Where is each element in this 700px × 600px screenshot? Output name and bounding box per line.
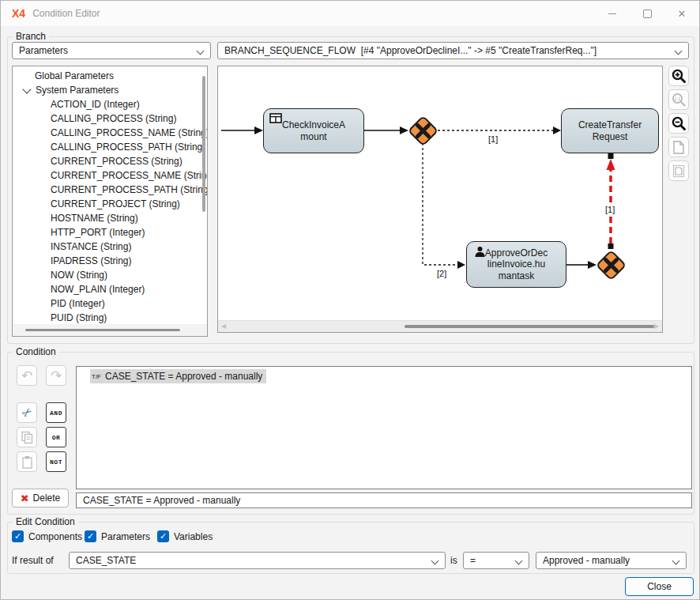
checkbox-checked-icon[interactable]: ✓ [85,530,96,542]
edge-check-to-gateway [364,126,408,134]
parameter-tree: Global Parameters System Parameters ACTI… [12,66,208,337]
redo-button[interactable]: ↷ [46,365,66,386]
node-approve-or-decline-invoice[interactable]: ApproveOrDec lineInvoice.hu mantask [466,241,566,288]
edge-label: [1] [487,134,499,144]
condition-list-item-selected[interactable]: T/F CASE_STATE = Approved - manually [90,369,266,383]
delete-button[interactable]: ✖ Delete [12,489,69,508]
close-button[interactable]: Close [625,577,694,596]
zoom-out-button[interactable] [668,113,689,134]
paste-icon [21,455,34,469]
tree-item[interactable]: CURRENT_PROCESS_PATH (String) [13,183,207,197]
tree-item[interactable]: IPADRESS (String) [13,254,207,268]
zoom-actual-size-icon: 1:1 [671,92,687,108]
tree-item[interactable]: HTTP_PORT (Integer) [13,225,207,240]
tree-item[interactable]: CURRENT_PROCESS (String) [13,154,207,168]
exclusive-gateway-icon [408,116,438,145]
tree-item[interactable]: HOSTNAME (String) [13,211,207,225]
edge-gateway-to-create-transfer [438,126,561,134]
process-diagram-panel[interactable]: CheckInvoiceA mount CreateTransfer Reque… [217,66,663,333]
branch-group-label: Branch [13,31,49,42]
operator-select[interactable]: = [463,552,529,569]
cut-button[interactable]: ✂ [17,402,37,423]
edge-gateway-to-approve [423,143,465,269]
close-icon: ✕ [678,8,687,20]
tree-item[interactable]: CURRENT_PROCESS_NAME (String) [13,168,207,183]
condition-editor-dialog: X4 Condition Editor ✕ Branch Parameters … [0,0,700,600]
result-of-select[interactable]: CASE_STATE [69,552,446,569]
tree-item[interactable]: CALLING_PROCESS (String) [13,111,207,126]
checkbox-parameters[interactable]: ✓ Parameters [85,530,150,542]
paste-button[interactable] [17,451,37,472]
maximize-button[interactable] [630,1,664,26]
scroll-left-icon[interactable]: ◀ [221,323,226,330]
titlebar: X4 Condition Editor ✕ [1,1,699,26]
tree-item-global-parameters[interactable]: Global Parameters [13,69,207,83]
checkbox-label: Components [28,531,82,542]
tree-horizontal-scrollbar[interactable] [13,324,207,336]
tree-vertical-scrollbar[interactable] [202,76,205,212]
chevron-expanded-icon[interactable] [22,85,31,93]
diagram-connectors [218,66,662,321]
tree-item[interactable]: NOW (String) [13,268,207,282]
checkbox-variables[interactable]: ✓ Variables [157,530,213,542]
not-operator-button[interactable]: NOT [46,451,66,472]
chevron-down-icon [515,557,523,565]
parameter-type-select[interactable]: Parameters [12,42,211,59]
chevron-down-icon [672,557,680,565]
checkbox-checked-icon[interactable]: ✓ [157,530,169,542]
operator-value: = [470,555,476,566]
copy-icon [21,431,34,444]
edge-into-check-invoice [221,126,263,134]
fit-width-icon [672,164,685,178]
redo-icon: ↷ [51,369,62,383]
undo-button[interactable]: ↶ [17,365,37,386]
zoom-out-icon [671,115,687,131]
chevron-down-icon [197,47,205,55]
checkbox-label: Variables [174,531,213,542]
tree-item[interactable]: ACTION_ID (Integer) [13,97,207,111]
condition-list[interactable]: T/F CASE_STATE = Approved - manually [76,366,692,489]
tree-item[interactable]: CALLING_PROCESS_NAME (String) [13,126,207,140]
close-window-button[interactable]: ✕ [664,1,699,26]
tf-icon: T/F [92,373,101,380]
if-result-of-label: If result of [12,555,54,566]
window-title: Condition Editor [32,8,100,19]
tree-item[interactable]: PID (Integer) [13,296,207,311]
chevron-down-icon [431,557,439,565]
copy-button[interactable] [17,427,37,447]
and-operator-button[interactable]: AND [46,402,66,423]
or-operator-button[interactable]: OR [46,427,66,447]
fit-page-button[interactable] [668,137,689,157]
edge-approve-to-gateway2 [566,261,597,269]
tree-item[interactable]: NOW_PLAIN (Integer) [13,282,207,296]
edit-condition-group-label: Edit Condition [13,516,78,527]
table-icon [269,113,282,123]
checkbox-components[interactable]: ✓ Components [12,530,82,542]
x4-logo: X4 [12,7,25,20]
tree-item[interactable]: INSTANCE (String) [13,240,207,254]
tree-item[interactable]: CALLING_PROCESS_PATH (String) [13,140,207,154]
node-create-transfer-request[interactable]: CreateTransfer Request [561,108,659,153]
compare-value-select[interactable]: Approved - manually [536,552,687,569]
chevron-down-icon [675,47,683,55]
scroll-right-icon[interactable]: ▶ [654,323,659,330]
branch-flow-select[interactable]: BRANCH_SEQUENCE_FLOW [#4 "ApproveOrDecli… [217,42,689,59]
node-label: ApproveOrDec lineInvoice.hu mantask [485,247,548,281]
zoom-in-button[interactable] [668,66,689,86]
fit-width-button[interactable] [668,160,689,181]
is-label: is [450,555,457,566]
tree-item[interactable]: PUID (String) [13,311,207,325]
tree-item-system-parameters[interactable]: System Parameters [13,83,207,97]
checkbox-checked-icon[interactable]: ✓ [12,530,24,542]
tree-item[interactable]: CURRENT_PROJECT (String) [13,197,207,211]
minimize-button[interactable] [595,1,630,26]
delete-label: Delete [33,492,61,504]
diagram-horizontal-scrollbar[interactable]: ◀ ▶ [218,320,662,332]
zoom-in-icon [671,68,687,84]
node-label: CreateTransfer Request [578,119,642,142]
condition-item-text: CASE_STATE = Approved - manually [105,371,262,382]
zoom-actual-size-button[interactable]: 1:1 [668,89,689,110]
cut-icon: ✂ [18,404,35,421]
node-check-invoice-amount[interactable]: CheckInvoiceA mount [263,108,364,153]
condition-status-text: CASE_STATE = Approved - manually [83,495,240,506]
